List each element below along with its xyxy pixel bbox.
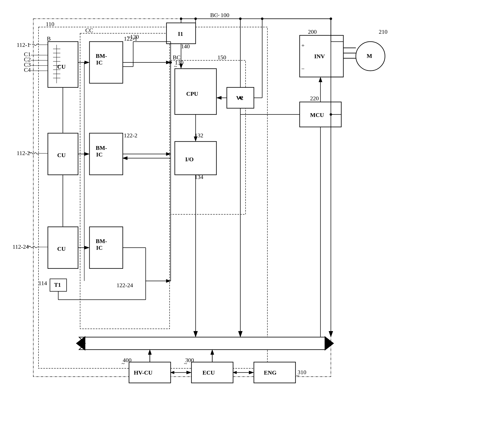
bmic3-label-1: BM- — [96, 238, 107, 244]
svg-marker-69 — [325, 336, 334, 351]
ref-140: 140 — [181, 43, 190, 50]
cu2-label: CU — [57, 152, 66, 158]
ref-220: 220 — [310, 95, 319, 102]
svg-point-96 — [194, 18, 197, 20]
bmic1-label-1: BM- — [96, 53, 107, 59]
svg-point-106 — [194, 332, 197, 334]
ref-114: 114 — [38, 280, 47, 286]
tilde-310: ~ — [296, 372, 299, 379]
tilde-112-2: ~ — [28, 149, 31, 156]
system-ref-110: 110 — [46, 21, 54, 27]
ref-150: 150 — [217, 54, 226, 61]
cu1-label: CU — [57, 63, 66, 70]
hvcu-label: HV-CU — [134, 369, 153, 376]
svg-rect-45 — [175, 142, 216, 175]
ref-122-24: 122-24 — [117, 282, 133, 288]
ref-200: 200 — [308, 29, 317, 35]
svg-rect-24 — [90, 42, 123, 83]
ref-132: 132 — [195, 132, 203, 139]
svg-point-93 — [180, 18, 182, 20]
bc-ref: ~ — [216, 12, 219, 18]
tilde-112-24: ~ — [27, 243, 30, 249]
cu3-label: CU — [57, 246, 66, 252]
svg-point-99 — [239, 97, 242, 99]
tilde-112-1: ~ — [28, 41, 31, 47]
ref-210: 210 — [379, 29, 387, 35]
ref-112-24: 112-24 — [13, 244, 29, 250]
bmic3-label-2: IC — [96, 245, 103, 251]
b-label: B — [47, 35, 51, 42]
cpu-label: CPU — [186, 90, 198, 97]
ref-120: ~120 — [127, 34, 139, 40]
t1-label: T1 — [54, 282, 61, 288]
tilde-300: ~ — [184, 360, 187, 367]
eng-label: ENG — [264, 369, 277, 376]
svg-point-107 — [239, 332, 242, 334]
svg-rect-29 — [90, 133, 123, 175]
plus-label: + — [301, 42, 305, 49]
svg-point-94 — [239, 18, 242, 20]
m-label: M — [367, 53, 372, 59]
cc-label: CC — [85, 27, 93, 34]
tilde-400: ~ — [122, 360, 125, 367]
bmic2-label-1: BM- — [96, 145, 107, 151]
ref-134: 134 — [195, 174, 203, 180]
svg-point-92 — [169, 61, 172, 64]
svg-marker-68 — [79, 337, 331, 350]
c4-label: C4 — [24, 67, 31, 73]
bmic1-label-2: IC — [96, 59, 103, 66]
bc-100: 100 — [221, 12, 229, 18]
ref-122-2: 122-2 — [124, 132, 137, 139]
io-label: I/O — [185, 156, 194, 162]
inv-label: INV — [314, 53, 325, 59]
bmic2-label-2: IC — [96, 151, 103, 158]
svg-rect-35 — [90, 227, 123, 268]
mcu-label: MCU — [310, 112, 324, 118]
i1-label: I1 — [178, 31, 183, 37]
minus-label: − — [301, 66, 305, 72]
ecu-label: ECU — [202, 369, 215, 376]
